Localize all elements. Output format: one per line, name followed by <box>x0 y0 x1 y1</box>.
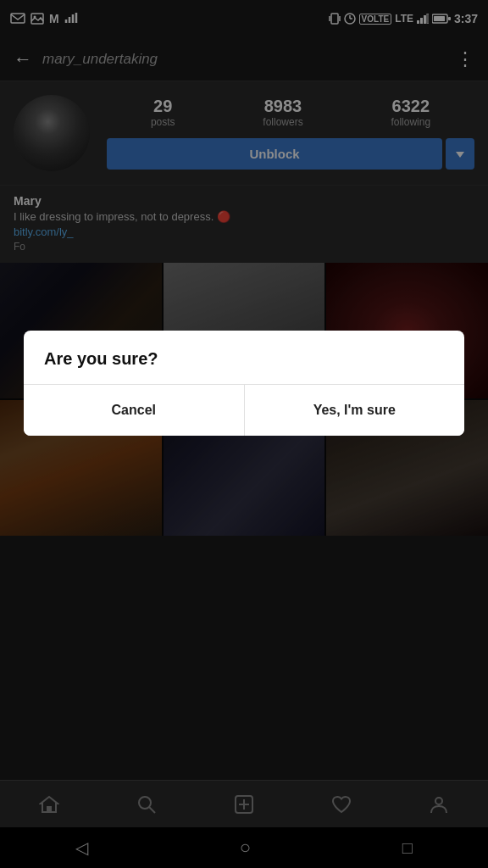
dialog-buttons: Cancel Yes, I'm sure <box>24 385 464 436</box>
confirmation-dialog: Are you sure? Cancel Yes, I'm sure <box>24 331 464 436</box>
dialog-title: Are you sure? <box>24 331 464 385</box>
confirm-button[interactable]: Yes, I'm sure <box>245 385 465 436</box>
cancel-button[interactable]: Cancel <box>24 385 245 436</box>
